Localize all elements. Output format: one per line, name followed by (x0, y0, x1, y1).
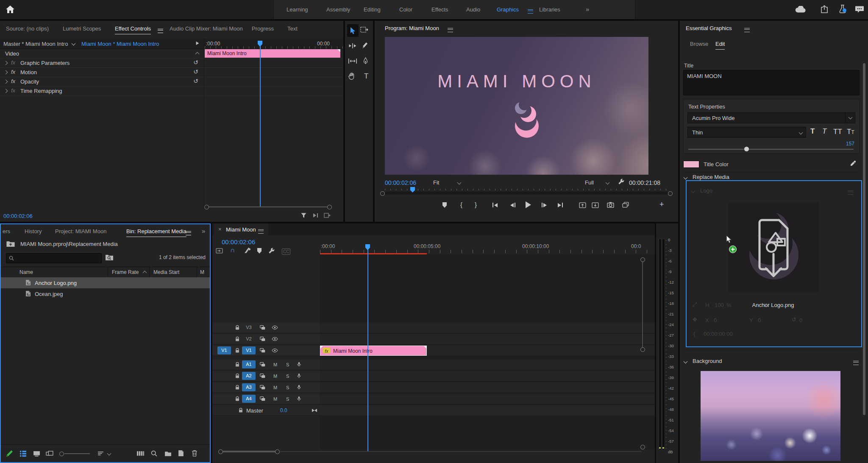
source-patch-v1[interactable]: V1 (217, 346, 231, 354)
graphics-workspace-menu-icon[interactable] (528, 9, 533, 14)
track-a4[interactable]: A4 M S (212, 394, 655, 404)
filter-properties-icon[interactable] (301, 213, 306, 218)
track-target-a2[interactable]: A2 (242, 372, 256, 380)
audio-scroll-handle[interactable] (640, 445, 645, 449)
track-a1[interactable]: A1 M S (212, 360, 655, 370)
eyedropper-icon[interactable] (850, 160, 857, 166)
track-visibility-eye-icon[interactable] (272, 337, 278, 341)
workspace-tab-learning[interactable]: Learning (287, 7, 308, 13)
type-tool[interactable]: T (364, 73, 368, 81)
all-caps-button[interactable]: TT (833, 128, 842, 136)
zoom-level-chevron-icon[interactable] (457, 181, 462, 185)
workspace-tab-editing[interactable]: Editing (364, 7, 381, 13)
track-target-v1[interactable]: V1 (242, 346, 256, 354)
navigate-up-icon[interactable] (6, 240, 15, 247)
lock-icon[interactable] (235, 374, 239, 379)
go-to-out-button[interactable] (558, 203, 563, 207)
show-timeline-view-icon[interactable] (196, 42, 199, 45)
tab-project[interactable]: Project: MIAMI Moon (55, 229, 106, 234)
column-frame-rate[interactable]: Frame Rate (112, 270, 139, 275)
ec-zoom-handle-left[interactable] (204, 205, 209, 209)
scrubber-handle-left[interactable] (380, 191, 385, 196)
track-v1[interactable]: V1 V1 fx Miami Moon Intro (212, 346, 655, 356)
search-bin-icon[interactable] (105, 254, 114, 261)
project-tabs-overflow[interactable]: » (202, 228, 205, 235)
timeline-tab[interactable]: × Miami Moon (214, 223, 268, 235)
button-editor-button[interactable] (622, 202, 629, 208)
sync-lock-icon[interactable] (260, 374, 265, 378)
tab-history[interactable]: History (25, 229, 42, 234)
ec-timecode[interactable]: 00:00:02:06 (3, 213, 33, 219)
nest-sequences-icon[interactable] (216, 248, 223, 254)
mark-in-button[interactable]: { (460, 201, 462, 209)
sync-lock-icon[interactable] (260, 396, 265, 401)
track-visibility-eye-icon[interactable] (272, 326, 278, 329)
tab-edit[interactable]: Edit (715, 41, 725, 50)
settings-wrench-icon[interactable] (618, 179, 624, 185)
faux-italic-button[interactable]: T (822, 128, 826, 136)
cloud-sync-icon[interactable] (795, 6, 806, 13)
vertical-scroll-handle-bottom[interactable] (640, 347, 645, 352)
zoom-level-select[interactable]: Fit (433, 180, 439, 186)
sync-lock-icon[interactable] (260, 385, 265, 390)
font-family-select[interactable]: Acumin Pro Wide (687, 112, 855, 123)
sync-lock-icon[interactable] (260, 362, 265, 367)
track-v2-lane[interactable] (320, 334, 655, 344)
reset-effect-icon[interactable]: ↺ (193, 69, 198, 75)
ripple-edit-tool[interactable] (348, 43, 357, 49)
vertical-scroll-handle-top[interactable] (640, 257, 645, 262)
background-collapse-icon[interactable] (684, 360, 688, 364)
track-a4-lane[interactable] (320, 394, 655, 404)
timeline-menu-icon[interactable] (258, 229, 264, 234)
master-gain-value[interactable]: 0.0 (280, 408, 287, 413)
program-timecode[interactable]: 00:00:02:06 (385, 180, 416, 186)
effect-row-graphic-parameters[interactable]: fx Graphic Parameters ↺ (0, 58, 343, 68)
play-audio-only-icon[interactable] (313, 213, 319, 218)
tab-lumetri-scopes[interactable]: Lumetri Scopes (63, 26, 101, 32)
font-family-chevron-icon[interactable] (845, 113, 855, 123)
background-thumbnail[interactable] (701, 371, 840, 461)
track-v2[interactable]: V2 (212, 334, 655, 345)
workspace-tab-effects[interactable]: Effects (431, 7, 448, 13)
expand-icon[interactable] (4, 61, 8, 65)
voiceover-record-mic-icon[interactable] (297, 396, 301, 402)
export-frame-button[interactable] (607, 202, 614, 208)
vertical-scrollbar-track[interactable] (642, 261, 643, 347)
resolution-chevron-icon[interactable] (606, 181, 610, 185)
track-v3[interactable]: V3 (212, 323, 655, 333)
track-visibility-eye-icon[interactable] (272, 349, 278, 352)
workspace-tab-audio[interactable]: Audio (466, 7, 480, 13)
font-size-slider-handle[interactable] (744, 147, 749, 151)
workspace-tab-graphics[interactable]: Graphics (497, 7, 519, 13)
sync-lock-icon[interactable] (260, 325, 265, 330)
zoom-handle-right[interactable] (275, 449, 280, 454)
reset-effect-icon[interactable]: ↺ (193, 59, 198, 66)
track-select-forward-tool[interactable] (360, 27, 369, 33)
ec-zoom-handle-right[interactable] (327, 205, 332, 209)
timeline-settings-wrench-icon[interactable] (268, 248, 275, 254)
pen-tool[interactable] (363, 57, 368, 64)
workspace-tab-libraries[interactable]: Libraries (539, 7, 560, 13)
beta-feedback-beaker-icon[interactable] (839, 5, 846, 13)
collapse-section-icon[interactable] (195, 52, 200, 56)
close-tab-icon[interactable]: × (218, 226, 222, 232)
snap-magnet-icon[interactable]: ∩ (230, 246, 235, 254)
track-target-a4[interactable]: A4 (242, 395, 256, 403)
automate-to-sequence-icon[interactable] (136, 451, 145, 456)
delete-trash-icon[interactable] (192, 450, 198, 457)
mute-button[interactable]: M (273, 362, 277, 367)
lock-icon[interactable] (235, 396, 239, 402)
pan-bowtie-icon[interactable] (312, 408, 317, 413)
track-target-a1[interactable]: A1 (242, 360, 256, 368)
track-a1-lane[interactable] (320, 360, 655, 370)
tab-source[interactable]: Source: (no clips) (6, 26, 49, 32)
font-style-select[interactable]: Thin (687, 127, 806, 138)
add-button[interactable]: + (659, 201, 664, 209)
sequence-clip-link[interactable]: Miami Moon * Miami Moon Intro (81, 41, 159, 47)
expand-icon[interactable] (4, 80, 8, 84)
track-v3-lane[interactable] (320, 323, 655, 333)
mute-button[interactable]: M (273, 385, 277, 390)
effect-controls-menu-icon[interactable] (158, 29, 163, 33)
play-button[interactable] (526, 201, 531, 208)
lock-icon[interactable] (235, 348, 239, 353)
